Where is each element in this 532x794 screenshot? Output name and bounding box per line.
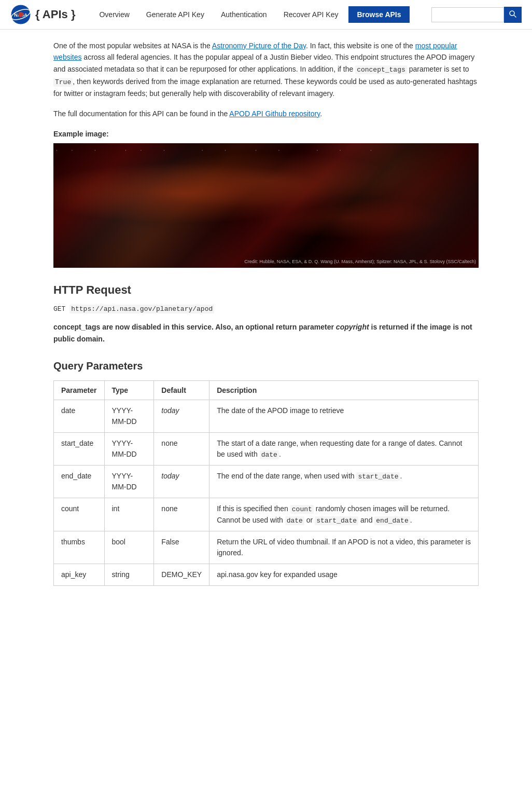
col-header-description: Description xyxy=(209,380,479,400)
cell-type-4: bool xyxy=(104,531,154,564)
nav-recover-api-key[interactable]: Recover API Key xyxy=(275,6,347,23)
example-image-container: Credit: Hubble, NASA, ESA, & D. Q. Wang … xyxy=(53,143,479,268)
intro-text-mid: parameter is set to xyxy=(407,65,469,73)
svg-line-5 xyxy=(514,15,516,17)
params-table: Parameter Type Default Description dateY… xyxy=(53,380,479,586)
table-row: start_dateYYYY-MM-DDnoneThe start of a d… xyxy=(54,432,479,466)
space-image: Credit: Hubble, NASA, ESA, & D. Q. Wang … xyxy=(53,143,479,268)
nasa-logo-icon: NASA xyxy=(10,4,31,25)
cell-description-0: The date of the APOD image to retrieve xyxy=(209,400,479,432)
intro-text-before-link1: One of the most popular websites at NASA… xyxy=(53,42,212,50)
inline-code: end_date xyxy=(374,516,410,525)
table-row: dateYYYY-MM-DDtodayThe date of the APOD … xyxy=(54,400,479,432)
site-header: NASA { APIs } Overview Generate API Key … xyxy=(0,0,532,30)
notice-italic: copyright xyxy=(336,323,369,331)
intro-text-after-link1: . In fact, this website is one of the xyxy=(306,42,415,50)
main-content: One of the most popular websites at NASA… xyxy=(33,30,499,607)
cell-description-5: api.nasa.gov key for expanded usage xyxy=(209,564,479,586)
cell-type-1: YYYY-MM-DD xyxy=(104,432,154,466)
cell-parameter-5: api_key xyxy=(54,564,105,586)
cell-parameter-1: start_date xyxy=(54,432,105,466)
cell-description-4: Return the URL of video thumbnail. If an… xyxy=(209,531,479,564)
inline-code: date xyxy=(260,450,279,459)
cell-parameter-3: count xyxy=(54,498,105,531)
query-params-title: Query Parameters xyxy=(53,360,479,372)
cell-description-3: If this is specified then count randomly… xyxy=(209,498,479,531)
search-icon xyxy=(509,10,516,18)
nav-overview[interactable]: Overview xyxy=(91,6,137,23)
col-header-type: Type xyxy=(104,380,154,400)
cell-description-1: The start of a date range, when requesti… xyxy=(209,432,479,466)
cell-default-2: today xyxy=(154,466,209,498)
cell-default-1: none xyxy=(154,432,209,466)
col-header-parameter: Parameter xyxy=(54,380,105,400)
logo-text: { APIs } xyxy=(35,8,75,21)
http-request-title: HTTP Request xyxy=(53,283,479,297)
cell-default-4: False xyxy=(154,531,209,564)
inline-code: count xyxy=(290,505,314,514)
notice-text: concept_tags are now disabled in this se… xyxy=(53,321,479,345)
search-input[interactable] xyxy=(431,7,504,22)
cell-type-0: YYYY-MM-DD xyxy=(104,400,154,432)
doc-link-suffix: . xyxy=(320,109,322,118)
image-credit: Credit: Hubble, NASA, ESA, & D. Q. Wang … xyxy=(244,259,476,265)
http-method: GET xyxy=(53,305,65,313)
table-row: countintnoneIf this is specified then co… xyxy=(54,498,479,531)
true-code: True xyxy=(53,78,73,87)
http-url: https://api.nasa.gov/planetary/apod xyxy=(69,305,214,313)
nav-authentication[interactable]: Authentication xyxy=(213,6,275,23)
intro-paragraph: One of the most popular websites at NASA… xyxy=(53,40,479,100)
cell-type-2: YYYY-MM-DD xyxy=(104,466,154,498)
table-row: thumbsboolFalseReturn the URL of video t… xyxy=(54,531,479,564)
doc-link-prefix: The full documentation for this API can … xyxy=(53,109,229,118)
cell-default-3: none xyxy=(154,498,209,531)
nav-browse-apis-button[interactable]: Browse APIs xyxy=(348,6,409,23)
cell-parameter-4: thumbs xyxy=(54,531,105,564)
cell-parameter-2: end_date xyxy=(54,466,105,498)
cell-description-2: The end of the date range, when used wit… xyxy=(209,466,479,498)
http-request-line: GET https://api.nasa.gov/planetary/apod xyxy=(53,305,479,313)
main-nav: Overview Generate API Key Authentication… xyxy=(91,6,431,23)
logo-link[interactable]: NASA { APIs } xyxy=(10,4,75,25)
notice-bold-1: concept_tags are now disabled in this se… xyxy=(53,323,472,343)
col-header-default: Default xyxy=(154,380,209,400)
search-button[interactable] xyxy=(504,7,522,23)
cell-default-5: DEMO_KEY xyxy=(154,564,209,586)
search-area xyxy=(431,7,522,23)
example-image-label: Example image: xyxy=(53,130,479,138)
cell-type-3: int xyxy=(104,498,154,531)
inline-code: date xyxy=(285,516,304,525)
cell-parameter-0: date xyxy=(54,400,105,432)
inline-code: start_date xyxy=(315,516,358,525)
cell-type-5: string xyxy=(104,564,154,586)
apod-github-link[interactable]: APOD API Github repository xyxy=(229,109,320,118)
intro-text-end: , then keywords derived from the image e… xyxy=(53,77,477,98)
apod-link[interactable]: Astronomy Picture of the Day xyxy=(212,42,306,50)
table-header-row: Parameter Type Default Description xyxy=(54,380,479,400)
concept-tags-code: concept_tags xyxy=(355,65,407,74)
table-row: api_keystringDEMO_KEYapi.nasa.gov key fo… xyxy=(54,564,479,586)
inline-code: start_date xyxy=(356,472,400,481)
notice-part1: concept_tags are now disabled in this se… xyxy=(53,323,336,331)
svg-point-3 xyxy=(18,12,23,17)
table-row: end_dateYYYY-MM-DDtodayThe end of the da… xyxy=(54,466,479,498)
nav-generate-api-key[interactable]: Generate API Key xyxy=(138,6,213,23)
cell-default-0: today xyxy=(154,400,209,432)
doc-link-paragraph: The full documentation for this API can … xyxy=(53,108,479,119)
